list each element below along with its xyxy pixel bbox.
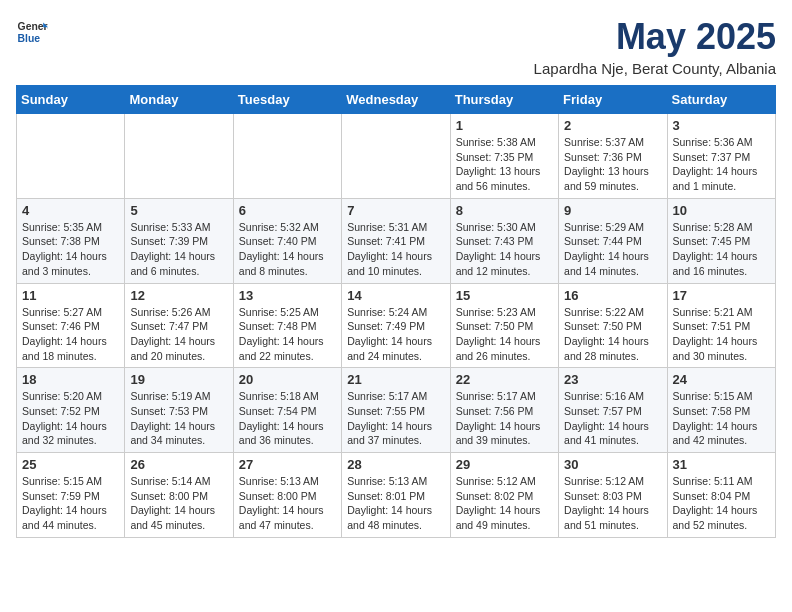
cell-info-line: Sunset: 7:40 PM xyxy=(239,234,336,249)
day-number: 18 xyxy=(22,372,119,387)
calendar-cell: 7Sunrise: 5:31 AMSunset: 7:41 PMDaylight… xyxy=(342,198,450,283)
cell-info-line: Sunrise: 5:15 AM xyxy=(673,389,770,404)
day-header-tuesday: Tuesday xyxy=(233,86,341,114)
cell-info-line: Sunrise: 5:17 AM xyxy=(456,389,553,404)
cell-info-line: Daylight: 14 hours and 10 minutes. xyxy=(347,249,444,278)
cell-info-line: Daylight: 14 hours and 18 minutes. xyxy=(22,334,119,363)
day-number: 19 xyxy=(130,372,227,387)
day-number: 12 xyxy=(130,288,227,303)
cell-info-line: Sunset: 7:46 PM xyxy=(22,319,119,334)
cell-info-line: Sunset: 7:50 PM xyxy=(456,319,553,334)
cell-info-line: Daylight: 14 hours and 20 minutes. xyxy=(130,334,227,363)
calendar-week-row: 25Sunrise: 5:15 AMSunset: 7:59 PMDayligh… xyxy=(17,453,776,538)
cell-info-line: Daylight: 14 hours and 48 minutes. xyxy=(347,503,444,532)
cell-info-line: Sunset: 7:47 PM xyxy=(130,319,227,334)
cell-info-line: Sunset: 7:37 PM xyxy=(673,150,770,165)
day-number: 17 xyxy=(673,288,770,303)
cell-info-line: Daylight: 14 hours and 28 minutes. xyxy=(564,334,661,363)
calendar-cell: 1Sunrise: 5:38 AMSunset: 7:35 PMDaylight… xyxy=(450,114,558,199)
calendar-cell: 17Sunrise: 5:21 AMSunset: 7:51 PMDayligh… xyxy=(667,283,775,368)
calendar-cell: 31Sunrise: 5:11 AMSunset: 8:04 PMDayligh… xyxy=(667,453,775,538)
cell-info-line: Sunrise: 5:22 AM xyxy=(564,305,661,320)
day-number: 29 xyxy=(456,457,553,472)
day-header-wednesday: Wednesday xyxy=(342,86,450,114)
day-number: 15 xyxy=(456,288,553,303)
calendar-cell: 4Sunrise: 5:35 AMSunset: 7:38 PMDaylight… xyxy=(17,198,125,283)
cell-info-line: Sunset: 7:53 PM xyxy=(130,404,227,419)
cell-info-line: Sunrise: 5:19 AM xyxy=(130,389,227,404)
cell-info-line: Daylight: 14 hours and 6 minutes. xyxy=(130,249,227,278)
svg-text:Blue: Blue xyxy=(18,33,41,44)
day-number: 20 xyxy=(239,372,336,387)
calendar-cell: 14Sunrise: 5:24 AMSunset: 7:49 PMDayligh… xyxy=(342,283,450,368)
cell-info-line: Sunset: 7:39 PM xyxy=(130,234,227,249)
calendar-cell: 29Sunrise: 5:12 AMSunset: 8:02 PMDayligh… xyxy=(450,453,558,538)
calendar-cell: 19Sunrise: 5:19 AMSunset: 7:53 PMDayligh… xyxy=(125,368,233,453)
cell-info-line: Sunrise: 5:13 AM xyxy=(347,474,444,489)
cell-info-line: Sunset: 7:48 PM xyxy=(239,319,336,334)
cell-info-line: Sunrise: 5:35 AM xyxy=(22,220,119,235)
cell-info-line: Daylight: 14 hours and 26 minutes. xyxy=(456,334,553,363)
cell-info-line: Daylight: 14 hours and 41 minutes. xyxy=(564,419,661,448)
cell-info-line: Sunset: 8:03 PM xyxy=(564,489,661,504)
cell-info-line: Daylight: 14 hours and 44 minutes. xyxy=(22,503,119,532)
cell-info-line: Sunrise: 5:36 AM xyxy=(673,135,770,150)
calendar-cell: 27Sunrise: 5:13 AMSunset: 8:00 PMDayligh… xyxy=(233,453,341,538)
cell-info-line: Sunset: 7:56 PM xyxy=(456,404,553,419)
cell-info-line: Sunset: 8:02 PM xyxy=(456,489,553,504)
cell-info-line: Sunrise: 5:38 AM xyxy=(456,135,553,150)
calendar-cell: 18Sunrise: 5:20 AMSunset: 7:52 PMDayligh… xyxy=(17,368,125,453)
cell-info-line: Sunset: 7:41 PM xyxy=(347,234,444,249)
cell-info-line: Sunset: 8:00 PM xyxy=(130,489,227,504)
cell-info-line: Sunrise: 5:21 AM xyxy=(673,305,770,320)
cell-info-line: Daylight: 14 hours and 36 minutes. xyxy=(239,419,336,448)
cell-info-line: Sunrise: 5:18 AM xyxy=(239,389,336,404)
cell-info-line: Daylight: 13 hours and 59 minutes. xyxy=(564,164,661,193)
cell-info-line: Daylight: 13 hours and 56 minutes. xyxy=(456,164,553,193)
calendar-cell: 22Sunrise: 5:17 AMSunset: 7:56 PMDayligh… xyxy=(450,368,558,453)
cell-info-line: Sunset: 7:38 PM xyxy=(22,234,119,249)
day-header-friday: Friday xyxy=(559,86,667,114)
cell-info-line: Sunrise: 5:30 AM xyxy=(456,220,553,235)
calendar-cell: 3Sunrise: 5:36 AMSunset: 7:37 PMDaylight… xyxy=(667,114,775,199)
calendar-cell xyxy=(342,114,450,199)
day-header-sunday: Sunday xyxy=(17,86,125,114)
cell-info-line: Sunrise: 5:37 AM xyxy=(564,135,661,150)
cell-info-line: Sunset: 7:54 PM xyxy=(239,404,336,419)
cell-info-line: Daylight: 14 hours and 30 minutes. xyxy=(673,334,770,363)
day-header-saturday: Saturday xyxy=(667,86,775,114)
cell-info-line: Daylight: 14 hours and 49 minutes. xyxy=(456,503,553,532)
cell-info-line: Sunrise: 5:32 AM xyxy=(239,220,336,235)
calendar-cell: 8Sunrise: 5:30 AMSunset: 7:43 PMDaylight… xyxy=(450,198,558,283)
month-title: May 2025 xyxy=(534,16,776,58)
cell-info-line: Sunrise: 5:25 AM xyxy=(239,305,336,320)
day-number: 10 xyxy=(673,203,770,218)
cell-info-line: Sunset: 7:52 PM xyxy=(22,404,119,419)
calendar-cell: 26Sunrise: 5:14 AMSunset: 8:00 PMDayligh… xyxy=(125,453,233,538)
cell-info-line: Sunset: 8:04 PM xyxy=(673,489,770,504)
calendar-cell xyxy=(17,114,125,199)
cell-info-line: Daylight: 14 hours and 14 minutes. xyxy=(564,249,661,278)
cell-info-line: Sunset: 8:00 PM xyxy=(239,489,336,504)
cell-info-line: Sunrise: 5:17 AM xyxy=(347,389,444,404)
calendar-cell: 2Sunrise: 5:37 AMSunset: 7:36 PMDaylight… xyxy=(559,114,667,199)
cell-info-line: Daylight: 14 hours and 24 minutes. xyxy=(347,334,444,363)
cell-info-line: Sunset: 7:49 PM xyxy=(347,319,444,334)
cell-info-line: Sunrise: 5:24 AM xyxy=(347,305,444,320)
location-title: Lapardha Nje, Berat County, Albania xyxy=(534,60,776,77)
day-number: 9 xyxy=(564,203,661,218)
cell-info-line: Sunset: 7:59 PM xyxy=(22,489,119,504)
day-number: 2 xyxy=(564,118,661,133)
cell-info-line: Sunrise: 5:13 AM xyxy=(239,474,336,489)
day-number: 4 xyxy=(22,203,119,218)
calendar-cell: 20Sunrise: 5:18 AMSunset: 7:54 PMDayligh… xyxy=(233,368,341,453)
calendar-cell: 30Sunrise: 5:12 AMSunset: 8:03 PMDayligh… xyxy=(559,453,667,538)
day-number: 11 xyxy=(22,288,119,303)
cell-info-line: Sunrise: 5:15 AM xyxy=(22,474,119,489)
cell-info-line: Sunset: 7:36 PM xyxy=(564,150,661,165)
day-number: 8 xyxy=(456,203,553,218)
cell-info-line: Sunrise: 5:11 AM xyxy=(673,474,770,489)
calendar-cell: 12Sunrise: 5:26 AMSunset: 7:47 PMDayligh… xyxy=(125,283,233,368)
day-number: 13 xyxy=(239,288,336,303)
cell-info-line: Daylight: 14 hours and 16 minutes. xyxy=(673,249,770,278)
